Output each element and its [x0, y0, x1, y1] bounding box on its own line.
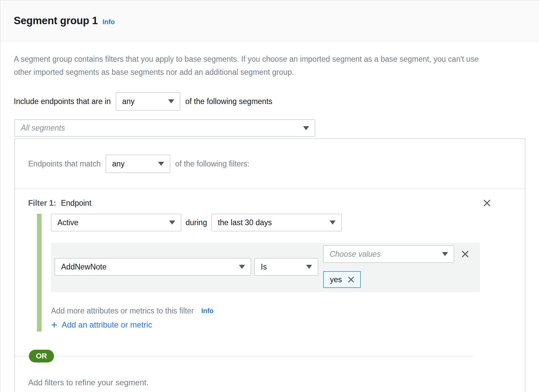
include-endpoints-row: Include endpoints that are in any of the…	[14, 92, 526, 110]
plus-icon: +	[51, 321, 57, 329]
include-any-select[interactable]: any	[116, 92, 180, 110]
timeframe-select[interactable]: the last 30 days	[211, 214, 342, 231]
header-info-link[interactable]: Info	[102, 18, 115, 26]
close-icon	[482, 198, 492, 208]
filter-1-header: Filter 1: Endpoint	[28, 197, 511, 209]
add-more-info-link[interactable]: Info	[201, 307, 214, 315]
caret-down-icon	[239, 265, 245, 269]
caret-down-icon	[168, 99, 174, 103]
timeframe-value: the last 30 days	[218, 218, 272, 227]
attribute-criteria-panel: AddNewNote Is Choose values	[51, 243, 480, 292]
filter-1-type: Endpoint	[61, 199, 91, 207]
value-token-label: yes	[330, 275, 342, 284]
activity-condition-row: Active during the last 30 days	[51, 214, 511, 231]
filter-1-title: Filter 1: Endpoint	[28, 199, 91, 208]
remove-value-button[interactable]	[347, 275, 355, 284]
add-filters-hint: Add filters to refine your segment.	[28, 378, 511, 387]
match-row-suffix: of the following filters:	[175, 159, 249, 168]
values-select[interactable]: Choose values	[323, 245, 454, 263]
endpoints-match-row: Endpoints that match any of the followin…	[15, 139, 525, 189]
or-badge: OR	[29, 350, 54, 362]
during-label: during	[186, 218, 207, 227]
match-row-prefix: Endpoints that match	[28, 159, 101, 168]
remove-attribute-button[interactable]	[459, 248, 471, 260]
activity-select[interactable]: Active	[51, 214, 181, 231]
add-more-text: Add more attributes or metrics to this f…	[51, 306, 194, 315]
filter-1-body: Active during the last 30 days AddNewNot…	[37, 214, 511, 332]
caret-down-icon	[442, 252, 448, 256]
remove-filter-button[interactable]	[481, 197, 493, 209]
add-attribute-label: Add an attribute or metric	[62, 320, 152, 330]
include-any-value: any	[122, 97, 135, 106]
base-segment-placeholder: All segments	[21, 124, 65, 133]
activity-value: Active	[57, 218, 79, 227]
close-icon	[347, 276, 355, 283]
divider	[54, 356, 473, 356]
attribute-select[interactable]: AddNewNote	[55, 258, 251, 276]
add-attribute-link[interactable]: + Add an attribute or metric	[51, 320, 511, 330]
caret-down-icon	[158, 162, 164, 166]
base-segment-select[interactable]: All segments	[14, 119, 315, 137]
match-any-select[interactable]: any	[106, 155, 170, 173]
caret-down-icon	[169, 220, 175, 225]
filter-group-rail	[37, 214, 42, 332]
segment-group-card: Segment group 1 Info A segment group con…	[0, 0, 539, 392]
filter-1-label: Filter 1:	[28, 199, 56, 207]
divider	[15, 356, 29, 356]
caret-down-icon	[303, 126, 309, 130]
page-title: Segment group 1	[14, 15, 98, 27]
segment-group-header: Segment group 1 Info	[0, 0, 539, 41]
values-placeholder: Choose values	[330, 250, 381, 259]
filter-1-content: Active during the last 30 days AddNewNot…	[51, 214, 511, 332]
match-any-value: any	[112, 159, 125, 168]
operator-select[interactable]: Is	[254, 258, 318, 276]
caret-down-icon	[306, 265, 312, 269]
value-token: yes	[323, 271, 361, 288]
operator-value: Is	[261, 262, 267, 272]
caret-down-icon	[330, 220, 336, 225]
include-row-suffix: of the following segments	[185, 97, 273, 106]
filters-container: Endpoints that match any of the followin…	[14, 139, 525, 392]
attribute-value: AddNewNote	[61, 262, 107, 272]
or-separator-row: OR	[15, 350, 511, 362]
segment-group-description: A segment group contains filters that yo…	[14, 53, 484, 79]
filter-1-block: Filter 1: Endpoint Active	[15, 189, 525, 387]
include-row-prefix: Include endpoints that are in	[14, 97, 111, 106]
close-icon	[460, 249, 470, 259]
add-more-row: Add more attributes or metrics to this f…	[51, 306, 511, 315]
